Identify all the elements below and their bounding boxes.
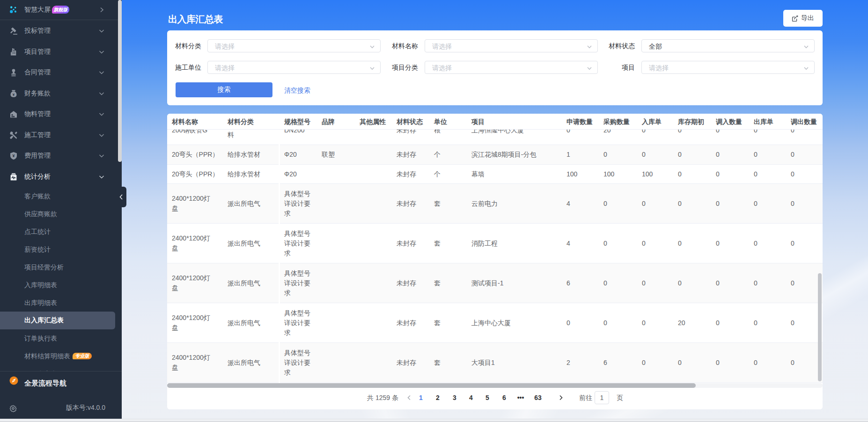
svg-text:¥: ¥ <box>12 153 15 158</box>
svg-text:¥: ¥ <box>13 92 15 96</box>
